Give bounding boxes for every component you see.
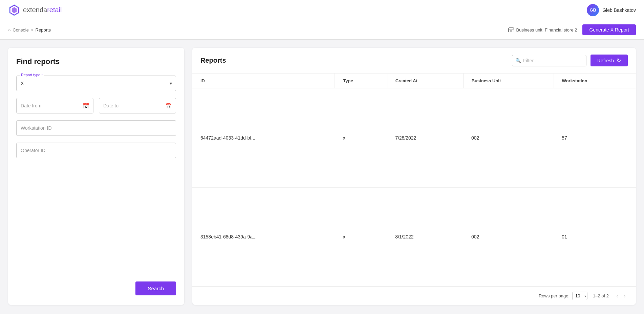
date-row: 📅 📅	[16, 98, 176, 113]
cell-workstation: 57	[554, 88, 636, 188]
home-icon: ⌂	[8, 27, 10, 32]
filter-input[interactable]	[512, 55, 586, 66]
reports-table: ID Type Created At Business Unit Worksta…	[192, 74, 636, 287]
col-created-at: Created At	[387, 74, 463, 88]
report-type-label: Report type *	[20, 73, 44, 77]
pagination-bar: Rows per page: 10 25 50 1–2 of 2 ‹ ›	[192, 287, 636, 305]
cell-type: x	[335, 187, 387, 287]
workstation-id-field	[16, 120, 176, 136]
find-reports-panel: Find reports Report type * X Z ▾ 📅 📅	[8, 48, 184, 305]
table-row[interactable]: 3158eb41-68d8-439a-9a... x 8/1/2022 002 …	[192, 187, 636, 287]
svg-marker-1	[12, 7, 17, 13]
col-business-unit: Business Unit	[463, 74, 554, 88]
cell-id: 64472aad-4033-41dd-bf...	[192, 88, 335, 188]
operator-id-field	[16, 143, 176, 158]
report-type-field: Report type * X Z ▾	[16, 76, 176, 91]
breadcrumb-actions: Business unit: Financial store 2 Generat…	[508, 24, 636, 35]
cell-created-at: 7/28/2022	[387, 88, 463, 188]
reports-actions: 🔍 Refresh ↻	[512, 55, 628, 66]
breadcrumb-separator: >	[31, 27, 34, 33]
refresh-btn-label: Refresh	[597, 58, 614, 63]
logo-text: extendaretail	[23, 6, 62, 14]
cell-created-at: 8/1/2022	[387, 187, 463, 287]
reports-title: Reports	[200, 57, 226, 64]
cell-type: x	[335, 88, 387, 188]
date-to-field: 📅	[99, 98, 176, 113]
cell-workstation: 01	[554, 187, 636, 287]
cell-business-unit: 002	[463, 88, 554, 188]
search-btn-row: Search	[16, 276, 176, 295]
report-type-select[interactable]: X Z	[16, 76, 176, 91]
table-row[interactable]: 64472aad-4033-41dd-bf... x 7/28/2022 002…	[192, 88, 636, 188]
table-header-row: ID Type Created At Business Unit Worksta…	[192, 74, 636, 88]
date-to-input[interactable]	[99, 98, 176, 113]
rows-select-wrap: 10 25 50	[572, 292, 587, 300]
date-from-input[interactable]	[16, 98, 93, 113]
reports-header: Reports 🔍 Refresh ↻	[192, 48, 636, 74]
breadcrumb-bar: ⌂ Console > Reports Business unit: Finan…	[0, 20, 644, 40]
user-area: GB Gleb Bashkatov	[587, 4, 636, 16]
col-workstation: Workstation	[554, 74, 636, 88]
refresh-button[interactable]: Refresh ↻	[591, 55, 628, 66]
business-unit-label: Business unit: Financial store 2	[508, 27, 577, 33]
breadcrumb-current: Reports	[36, 27, 51, 33]
main-content: Find reports Report type * X Z ▾ 📅 📅	[0, 40, 644, 313]
logo: extendaretail	[8, 4, 62, 16]
find-reports-title: Find reports	[16, 57, 176, 66]
col-type: Type	[335, 74, 387, 88]
operator-id-input[interactable]	[16, 143, 176, 158]
filter-search-icon: 🔍	[515, 58, 521, 63]
table-header: ID Type Created At Business Unit Worksta…	[192, 74, 636, 88]
store-icon	[508, 27, 514, 32]
breadcrumb: ⌂ Console > Reports	[8, 27, 51, 33]
user-name: Gleb Bashkatov	[602, 7, 636, 13]
breadcrumb-console-link[interactable]: Console	[13, 27, 29, 33]
search-button[interactable]: Search	[135, 281, 176, 295]
col-id: ID	[192, 74, 335, 88]
cell-business-unit: 002	[463, 187, 554, 287]
filter-input-wrap: 🔍	[512, 55, 586, 66]
pagination-nav: ‹ ›	[614, 292, 628, 300]
cell-id: 3158eb41-68d8-439a-9a...	[192, 187, 335, 287]
date-from-field: 📅	[16, 98, 93, 113]
generate-x-report-button[interactable]: Generate X Report	[582, 24, 636, 35]
prev-page-button[interactable]: ‹	[614, 292, 620, 300]
business-unit-text: Business unit: Financial store 2	[516, 27, 577, 33]
avatar: GB	[587, 4, 599, 16]
refresh-icon: ↻	[617, 57, 621, 64]
rows-per-page-select[interactable]: 10 25 50	[572, 292, 587, 300]
table-body: 64472aad-4033-41dd-bf... x 7/28/2022 002…	[192, 88, 636, 287]
rows-per-page-label: Rows per page:	[539, 293, 570, 298]
pagination-info: 1–2 of 2	[593, 293, 609, 298]
next-page-button[interactable]: ›	[622, 292, 628, 300]
workstation-id-input[interactable]	[16, 120, 176, 136]
reports-panel: Reports 🔍 Refresh ↻ ID Type Created At B…	[192, 48, 636, 305]
app-header: extendaretail GB Gleb Bashkatov	[0, 0, 644, 20]
logo-icon	[8, 4, 20, 16]
rows-per-page: Rows per page: 10 25 50	[539, 292, 587, 300]
svg-rect-4	[510, 30, 512, 32]
